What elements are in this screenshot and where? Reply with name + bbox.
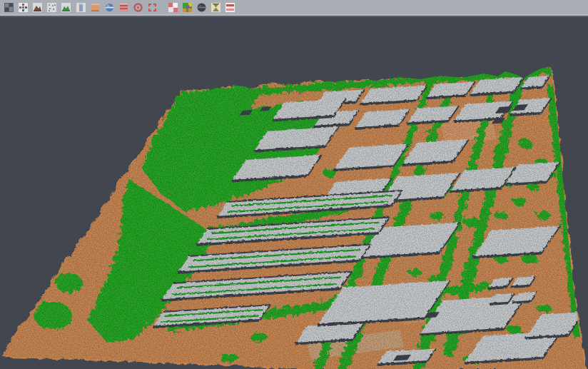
noise-light-overlay [0,17,588,369]
toolbar-button-flag-stripes[interactable] [224,1,236,14]
toolbar-button-terrain-green[interactable] [60,1,72,14]
toolbar-button-layers-red[interactable] [118,1,130,14]
point-cloud-scene [0,17,588,369]
viewport-3d[interactable] [0,17,588,369]
toolbar-button-terrain-brown[interactable] [31,1,44,14]
terrain-green-icon [61,2,71,13]
toolbar-button-measure-hourglass[interactable] [210,1,222,14]
classification-map-icon [182,2,193,13]
toolbar-button-circle-target[interactable] [132,1,144,14]
globe-blue-icon [104,2,115,13]
pan-arrows-icon [18,2,29,13]
toolbar-button-classification-map[interactable] [181,1,193,14]
toolbar-button-checker-red[interactable] [167,1,179,14]
toolbar-button-globe-dark[interactable] [196,1,208,14]
toolbar-button-image-thumbnail[interactable] [3,1,15,14]
point-cloud-icon [46,2,57,13]
toolbar-group-gap [160,1,166,14]
vegetation-blob [229,77,249,86]
terrain-brown-icon [32,2,43,13]
checker-red-icon [168,2,178,13]
circle-target-icon [133,2,143,13]
layers-red-icon [118,2,129,13]
toolbar-button-column-profile[interactable] [75,1,87,14]
vegetation-blob [452,67,469,74]
toolbar-button-extent-brackets[interactable] [146,1,158,14]
extent-brackets-icon [147,2,158,13]
flag-stripes-icon [225,2,235,13]
toolbar-separator [0,16,588,17]
toolbar [0,0,588,14]
vegetation-blob [295,73,312,80]
toolbar-button-point-cloud[interactable] [46,1,58,14]
image-thumbnail-icon [4,2,14,13]
toolbar-button-globe-blue[interactable] [103,1,116,14]
measure-hourglass-icon [211,2,221,13]
column-profile-icon [76,2,86,13]
globe-dark-icon [196,2,207,13]
toolbar-button-pan-arrows[interactable] [17,1,29,14]
toolbar-button-ortho-image[interactable] [89,1,101,14]
ortho-image-icon [90,2,101,13]
